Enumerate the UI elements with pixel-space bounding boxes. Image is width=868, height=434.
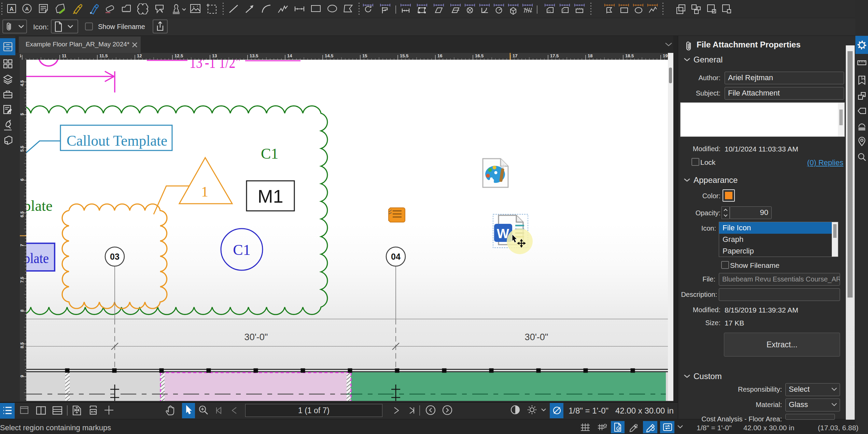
svg-text:17: 17 xyxy=(513,53,517,58)
svg-text:15: 15 xyxy=(362,53,367,58)
svg-text:13'-1 1/2": 13'-1 1/2" xyxy=(190,60,241,71)
svg-text:16: 16 xyxy=(437,53,442,58)
svg-text:C1: C1 xyxy=(233,242,250,258)
svg-text:6.5: 6.5 xyxy=(20,211,25,217)
svg-text:mplate: mplate xyxy=(26,198,53,214)
svg-text:7: 7 xyxy=(20,244,25,246)
svg-text:5.5: 5.5 xyxy=(20,146,25,152)
svg-text:30'-0": 30'-0" xyxy=(244,332,268,342)
svg-text:1: 1 xyxy=(201,184,208,200)
svg-text:9: 9 xyxy=(20,375,25,377)
svg-text:04: 04 xyxy=(391,252,401,261)
svg-text:11: 11 xyxy=(62,53,67,58)
svg-text:A: A xyxy=(10,6,14,12)
svg-text:6: 6 xyxy=(20,178,25,181)
svg-text:13.5: 13.5 xyxy=(250,53,258,58)
svg-text:12.5: 12.5 xyxy=(174,53,183,58)
svg-text:11.5: 11.5 xyxy=(99,53,108,58)
svg-text:8: 8 xyxy=(20,309,25,312)
svg-text:03: 03 xyxy=(110,252,120,261)
svg-text:5: 5 xyxy=(20,113,25,115)
svg-text:15.5: 15.5 xyxy=(400,53,408,58)
svg-text:19: 19 xyxy=(663,53,668,58)
svg-text:10.5: 10.5 xyxy=(20,53,21,58)
svg-text:4.5: 4.5 xyxy=(20,80,25,86)
svg-text:14.5: 14.5 xyxy=(325,53,333,58)
svg-text:14: 14 xyxy=(287,53,292,58)
svg-text:18.5: 18.5 xyxy=(625,53,634,58)
svg-text:7.5: 7.5 xyxy=(20,277,25,283)
svg-text:16.5: 16.5 xyxy=(475,53,484,58)
svg-text:plate: plate xyxy=(26,250,49,266)
svg-text:A: A xyxy=(25,6,29,12)
svg-text:8.5: 8.5 xyxy=(20,342,25,348)
svg-text:C1: C1 xyxy=(261,145,278,162)
svg-text:Callout Template: Callout Template xyxy=(67,132,167,149)
svg-text:13: 13 xyxy=(212,53,217,58)
svg-text:12: 12 xyxy=(137,53,142,58)
svg-text:18: 18 xyxy=(588,53,592,58)
svg-text:30'-0": 30'-0" xyxy=(525,332,548,342)
svg-text:M1: M1 xyxy=(257,186,283,206)
svg-text:17.5: 17.5 xyxy=(550,53,559,58)
